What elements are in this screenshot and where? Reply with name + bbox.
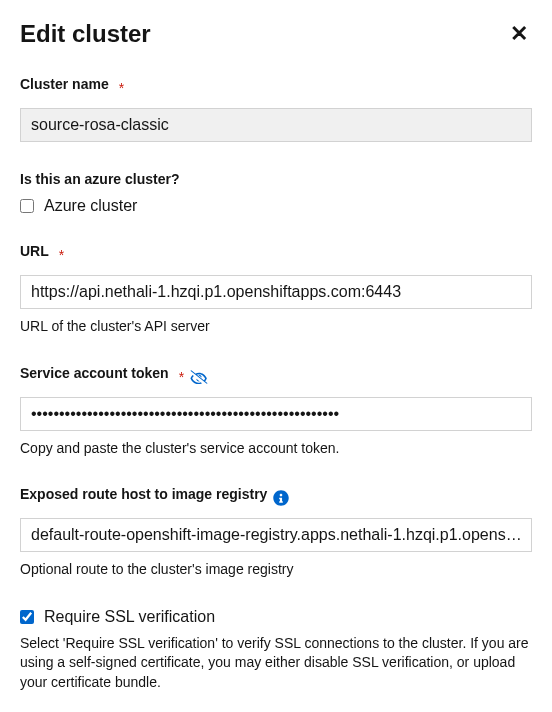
exposed-route-input[interactable] — [20, 518, 532, 552]
azure-group: Is this an azure cluster? Azure cluster — [20, 170, 532, 215]
modal-title: Edit cluster — [20, 20, 151, 48]
exposed-route-group: Exposed route host to image registry Opt… — [20, 486, 532, 580]
azure-checkbox-label: Azure cluster — [44, 197, 137, 215]
token-input[interactable] — [20, 397, 532, 431]
cluster-name-group: Cluster name * — [20, 76, 532, 142]
ssl-checkbox[interactable] — [20, 610, 34, 624]
exposed-route-label: Exposed route host to image registry — [20, 486, 267, 502]
eye-slash-icon[interactable] — [190, 370, 208, 384]
cluster-name-input[interactable] — [20, 108, 532, 142]
token-label: Service account token — [20, 365, 169, 381]
azure-checkbox[interactable] — [20, 199, 34, 213]
url-label: URL — [20, 243, 49, 259]
modal-header: Edit cluster ✕ — [20, 20, 532, 48]
required-indicator: * — [59, 247, 64, 263]
url-helper: URL of the cluster's API server — [20, 317, 532, 337]
help-icon[interactable] — [273, 490, 289, 506]
ssl-group: Require SSL verification Select 'Require… — [20, 608, 532, 693]
ssl-checkbox-label: Require SSL verification — [44, 608, 215, 626]
close-icon: ✕ — [510, 21, 528, 46]
required-indicator: * — [119, 80, 124, 96]
ssl-helper: Select 'Require SSL verification' to ver… — [20, 634, 532, 693]
exposed-route-helper: Optional route to the cluster's image re… — [20, 560, 532, 580]
token-group: Service account token * Copy and paste t… — [20, 365, 532, 459]
close-button[interactable]: ✕ — [506, 23, 532, 45]
url-group: URL * URL of the cluster's API server — [20, 243, 532, 337]
required-indicator: * — [179, 369, 184, 385]
url-input[interactable] — [20, 275, 532, 309]
token-helper: Copy and paste the cluster's service acc… — [20, 439, 532, 459]
azure-question-label: Is this an azure cluster? — [20, 171, 180, 187]
cluster-name-label: Cluster name — [20, 76, 109, 92]
